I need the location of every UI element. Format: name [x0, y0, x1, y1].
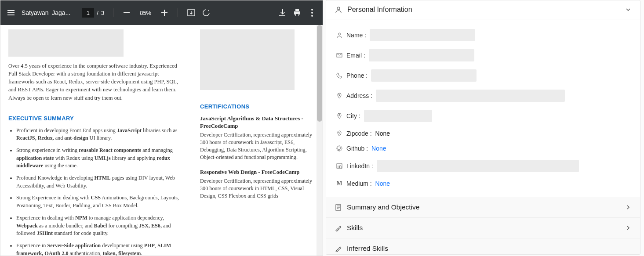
- medium-value[interactable]: None: [375, 180, 390, 187]
- github-icon: [336, 145, 343, 151]
- svg-point-8: [339, 94, 340, 96]
- github-row: Github : None: [336, 145, 630, 152]
- exec-bullet: Profound Knowledge in developing HTML pa…: [16, 174, 184, 190]
- exec-summary-list: Proficient in developing Front-End apps …: [8, 127, 184, 256]
- cert-body: Developer Certification, representing ap…: [200, 177, 315, 200]
- exec-bullet: Strong Experience in dealing with CSS An…: [16, 194, 184, 209]
- inferred-skills-icon: [335, 245, 342, 252]
- personal-info-accordion: Personal Information Name : Email :: [326, 0, 640, 255]
- medium-icon: M: [336, 180, 343, 187]
- personal-info-header[interactable]: Personal Information: [326, 0, 640, 19]
- zoom-out-icon[interactable]: [122, 8, 131, 17]
- zoom-level: 85%: [140, 10, 151, 16]
- zoom-in-icon[interactable]: [160, 8, 169, 17]
- chevron-right-icon: [625, 225, 631, 231]
- pdf-scrollbar-thumb[interactable]: [317, 25, 322, 122]
- linkedin-icon: [336, 163, 343, 169]
- chevron-right-icon: [625, 204, 631, 210]
- zipcode-icon: [336, 130, 343, 137]
- personal-info-title: Personal Information: [347, 6, 620, 14]
- more-options-icon[interactable]: [308, 8, 317, 17]
- pdf-toolbar: Satyawan_Jaga... / 3 85%: [0, 0, 323, 25]
- exec-bullet: Experience in Server-Side application de…: [16, 242, 184, 256]
- download-icon[interactable]: [278, 8, 287, 17]
- exec-summary-header: EXECUTIVE SUMMARY: [8, 115, 184, 122]
- document-icon: [335, 204, 342, 211]
- summary-section-header[interactable]: Summary and Objective: [326, 197, 640, 217]
- medium-label: Medium :: [346, 180, 372, 187]
- exec-bullet: Strong experience in writing reusable Re…: [16, 147, 184, 170]
- print-icon[interactable]: [293, 8, 302, 17]
- svg-rect-4: [296, 14, 298, 16]
- email-row: Email :: [336, 49, 630, 61]
- resume-summary-text: Over 4.5 years of experience in the comp…: [8, 62, 184, 102]
- skills-icon: [335, 225, 342, 231]
- email-label: Email :: [346, 52, 365, 59]
- name-icon: [336, 32, 343, 38]
- certifications-list: JavaScript Algorithms & Data Structures …: [200, 115, 315, 200]
- toolbar-separator: [113, 8, 113, 17]
- email-input[interactable]: [369, 49, 474, 61]
- pdf-scrollbar-track[interactable]: [317, 25, 323, 256]
- name-label: Name :: [346, 32, 366, 39]
- zipcode-label: Zipcode :: [346, 130, 372, 137]
- address-label: Address :: [346, 92, 372, 99]
- github-label: Github :: [346, 145, 368, 152]
- city-label: City :: [346, 112, 360, 119]
- address-row: Address :: [336, 90, 630, 102]
- github-value[interactable]: None: [371, 145, 386, 152]
- personal-info-body: Name : Email : Phone : Address :: [326, 19, 640, 197]
- page-indicator: / 3: [82, 8, 104, 18]
- cert-title: Responsive Web Design - FreeCodeCamp: [200, 169, 315, 176]
- redacted-block: [8, 29, 124, 57]
- svg-rect-2: [164, 10, 165, 16]
- city-row: City :: [336, 110, 630, 122]
- pdf-content-area: Over 4.5 years of experience in the comp…: [0, 25, 323, 256]
- rotate-icon[interactable]: [202, 8, 211, 17]
- linkedin-label: LinkedIn :: [346, 162, 373, 169]
- form-panel: Personal Information Name : Email :: [323, 0, 644, 256]
- medium-row: M Medium : None: [336, 180, 630, 187]
- person-icon: [335, 6, 342, 13]
- email-icon: [336, 52, 343, 58]
- address-icon: [336, 93, 343, 99]
- skills-section-title: Skills: [347, 224, 620, 232]
- svg-point-10: [339, 132, 340, 133]
- redacted-block: [200, 29, 295, 90]
- phone-icon: [336, 72, 343, 79]
- toolbar-separator: [178, 8, 178, 17]
- linkedin-input[interactable]: [377, 160, 579, 172]
- pdf-viewer-panel: Satyawan_Jaga... / 3 85%: [0, 0, 323, 256]
- svg-point-6: [338, 33, 341, 35]
- cert-body: Developer Certification, representing ap…: [200, 131, 315, 161]
- name-row: Name :: [336, 29, 630, 41]
- certifications-header: CERTIFICATIONS: [200, 103, 315, 110]
- pdf-file-title: Satyawan_Jaga...: [22, 9, 70, 16]
- city-input[interactable]: [364, 110, 432, 122]
- svg-point-9: [339, 115, 340, 116]
- current-page-input[interactable]: [82, 8, 94, 18]
- summary-section-title: Summary and Objective: [347, 203, 620, 211]
- svg-rect-0: [124, 12, 130, 13]
- skills-section-header[interactable]: Skills: [326, 217, 640, 238]
- exec-bullet: Experience in dealing with NPM to manage…: [16, 214, 184, 238]
- phone-row: Phone :: [336, 69, 630, 82]
- page-sep: /: [97, 10, 98, 16]
- address-input[interactable]: [376, 90, 565, 102]
- chevron-down-icon: [625, 7, 631, 13]
- linkedin-row: LinkedIn :: [336, 160, 630, 172]
- inferred-skills-section-header[interactable]: Inferred Skills: [326, 238, 640, 254]
- name-input[interactable]: [370, 29, 475, 41]
- inferred-skills-section-title: Inferred Skills: [347, 245, 631, 252]
- fit-page-icon[interactable]: [187, 8, 196, 17]
- phone-input[interactable]: [371, 69, 477, 82]
- hamburger-menu-icon[interactable]: [7, 8, 15, 17]
- svg-point-5: [337, 7, 340, 10]
- city-icon: [336, 113, 343, 119]
- zipcode-value: None: [375, 130, 390, 137]
- phone-label: Phone :: [346, 72, 367, 79]
- cert-title: JavaScript Algorithms & Data Structures …: [200, 115, 315, 130]
- zipcode-row: Zipcode : None: [336, 130, 630, 137]
- exec-bullet: Proficient in developing Front-End apps …: [16, 127, 184, 142]
- total-pages: 3: [101, 10, 104, 16]
